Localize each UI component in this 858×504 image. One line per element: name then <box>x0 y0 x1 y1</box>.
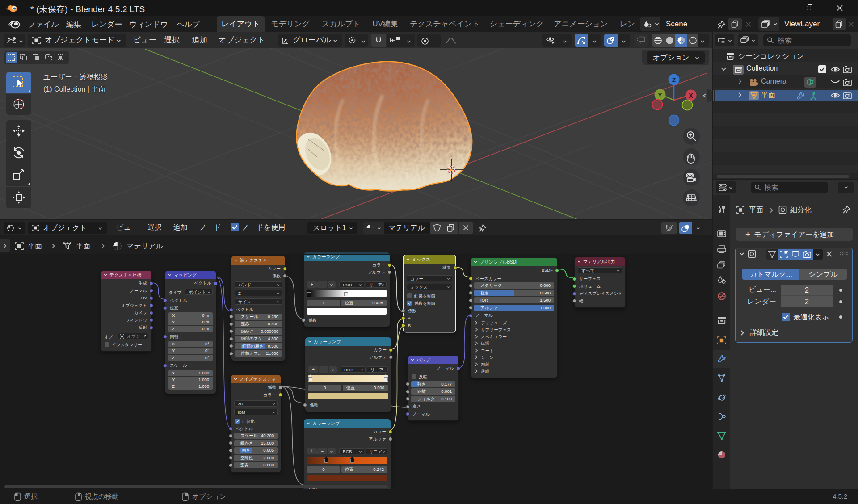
svg-text:Y: Y <box>658 92 662 99</box>
svg-text:X: X <box>689 92 693 99</box>
svg-text:Z: Z <box>672 76 676 84</box>
